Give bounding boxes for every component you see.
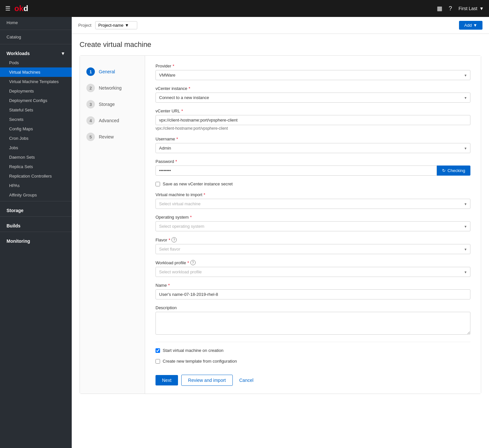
step-circle-1: 1 (86, 67, 95, 76)
flavor-help-icon[interactable]: ? (171, 237, 177, 242)
save-secret-checkbox[interactable] (156, 182, 160, 186)
vcenter-instance-select-wrapper: Connect to a new instance (156, 93, 470, 103)
name-group: Name * (156, 283, 470, 299)
wizard-step-1[interactable]: 1 General (80, 64, 145, 80)
hamburger-menu[interactable]: ☰ (5, 5, 10, 12)
wizard-step-2[interactable]: 2 Networking (80, 80, 145, 96)
wizard-step-4[interactable]: 4 Advanced (80, 112, 145, 129)
sidebar-item-cron-jobs[interactable]: Cron Jobs (0, 134, 72, 143)
sidebar-item-stateful-sets[interactable]: Stateful Sets (0, 105, 72, 115)
cancel-button[interactable]: Cancel (236, 375, 257, 385)
vcenter-url-input[interactable] (156, 115, 470, 125)
brand-ok: ok (14, 4, 23, 13)
checking-button[interactable]: ↻ Checking (437, 166, 470, 176)
step-circle-2: 2 (86, 84, 95, 92)
step-5-label: Review (99, 134, 114, 139)
help-icon[interactable]: ? (449, 5, 452, 12)
grid-icon[interactable]: ▦ (437, 5, 442, 12)
next-button[interactable]: Next (156, 375, 178, 385)
workloads-chevron-icon: ▼ (61, 51, 65, 56)
sidebar-item-config-maps[interactable]: Config Maps (0, 124, 72, 134)
provider-select-wrapper: VMWare (156, 70, 470, 80)
vcenter-url-group: vCenter URL * vpx://client-hostname:port… (156, 108, 470, 131)
step-3-label: Storage (99, 102, 115, 107)
password-input[interactable] (156, 166, 437, 176)
wizard-step-5[interactable]: 5 Review (80, 129, 145, 145)
username-required: * (176, 137, 178, 141)
form-divider (156, 342, 470, 342)
password-row: ↻ Checking (156, 166, 470, 176)
wizard-step-3[interactable]: 3 Storage (80, 96, 145, 112)
workload-profile-label: Workload profile * ? (156, 260, 470, 265)
sidebar-item-daemon-sets[interactable]: Daemon Sets (0, 152, 72, 162)
start-vm-checkbox[interactable] (156, 348, 160, 353)
password-group: Password * ↻ Checking (156, 159, 470, 176)
step-4-label: Advanced (99, 118, 119, 123)
sidebar-item-home[interactable]: Home (0, 17, 72, 28)
brand-logo: ok d (14, 4, 28, 13)
project-select[interactable]: Project-name ▼ (95, 21, 137, 29)
sidebar-item-pods[interactable]: Pods (0, 58, 72, 67)
os-select-wrapper: Select operating system (156, 221, 470, 231)
sidebar-item-replication-controllers[interactable]: Replication Controllers (0, 171, 72, 181)
username-select[interactable]: Admin (156, 143, 470, 153)
provider-group: Provider * VMWare (156, 64, 470, 80)
save-secret-label[interactable]: Save as new vCenter instance secret (163, 181, 233, 186)
flavor-select-wrapper: Selet flavor (156, 244, 470, 254)
user-chevron-icon: ▼ (479, 6, 484, 11)
add-button[interactable]: Add ▼ (459, 21, 482, 30)
description-input[interactable] (156, 312, 470, 335)
sidebar-item-hpas[interactable]: HPAs (0, 181, 72, 190)
step-circle-4: 4 (86, 116, 95, 125)
sidebar-item-deployments[interactable]: Deployments (0, 86, 72, 96)
flavor-required: * (169, 238, 170, 242)
sidebar: Home Catalog Workloads ▼ Pods Virtual Ma… (0, 17, 72, 448)
flavor-select[interactable]: Selet flavor (156, 244, 470, 254)
vcenter-url-label: vCenter URL * (156, 108, 470, 113)
sidebar-item-replica-sets[interactable]: Replica Sets (0, 162, 72, 171)
sidebar-item-catalog[interactable]: Catalog (0, 31, 72, 43)
wizard-card: 1 General 2 Networking 3 Storage 4 Advan… (80, 55, 481, 394)
sidebar-item-deployment-configs[interactable]: Deployment Configs (0, 96, 72, 105)
name-input[interactable] (156, 289, 470, 299)
sidebar-item-secrets[interactable]: Secrets (0, 115, 72, 124)
sidebar-section-storage[interactable]: Storage (0, 203, 72, 215)
name-required: * (168, 283, 170, 288)
workload-profile-select[interactable]: Select workload profile (156, 267, 470, 277)
sidebar-section-workloads[interactable]: Workloads ▼ (0, 46, 72, 58)
wizard-steps: 1 General 2 Networking 3 Storage 4 Advan… (80, 56, 145, 394)
user-menu[interactable]: First Last ▼ (459, 6, 484, 11)
sidebar-item-virtual-machines[interactable]: Virtual Machines (0, 67, 72, 77)
save-secret-row: Save as new vCenter instance secret (156, 181, 470, 186)
sidebar-section-monitoring[interactable]: Monitoring (0, 233, 72, 246)
sidebar-section-builds[interactable]: Builds (0, 218, 72, 230)
create-template-label[interactable]: Create new template from configuration (163, 359, 237, 364)
step-1-label: General (99, 69, 115, 74)
page-title: Create virtual machine (80, 40, 481, 49)
sidebar-item-affinity-groups[interactable]: Affinity Groups (0, 190, 72, 200)
password-required: * (175, 159, 177, 164)
flavor-group: Flavor * ? Selet flavor (156, 237, 470, 254)
workload-profile-help-icon[interactable]: ? (190, 260, 196, 265)
step-circle-5: 5 (86, 133, 95, 141)
provider-select[interactable]: VMWare (156, 70, 470, 80)
create-template-checkbox[interactable] (156, 359, 160, 364)
sidebar-item-vm-templates[interactable]: Virtual Machine Templates (0, 77, 72, 86)
vcenter-instance-select[interactable]: Connect to a new instance (156, 93, 470, 103)
step-circle-3: 3 (86, 100, 95, 108)
flavor-label: Flavor * ? (156, 237, 470, 242)
start-vm-label[interactable]: Start virtual machine on creation (163, 348, 223, 353)
name-label: Name * (156, 283, 470, 288)
password-label: Password * (156, 159, 470, 164)
monitoring-label: Monitoring (7, 238, 30, 244)
workload-profile-required: * (187, 260, 189, 265)
vm-import-select[interactable]: Select virtual machine (156, 199, 470, 209)
project-chevron-icon: ▼ (125, 23, 129, 28)
project-label: Project (78, 23, 91, 28)
os-select[interactable]: Select operating system (156, 221, 470, 231)
username-group: Username * Admin (156, 137, 470, 153)
main-content: Project Project-name ▼ Add ▼ Create virt… (72, 17, 489, 448)
review-import-button[interactable]: Review and import (181, 375, 233, 386)
vcenter-instance-required: * (189, 86, 190, 91)
sidebar-item-jobs[interactable]: Jobs (0, 143, 72, 152)
